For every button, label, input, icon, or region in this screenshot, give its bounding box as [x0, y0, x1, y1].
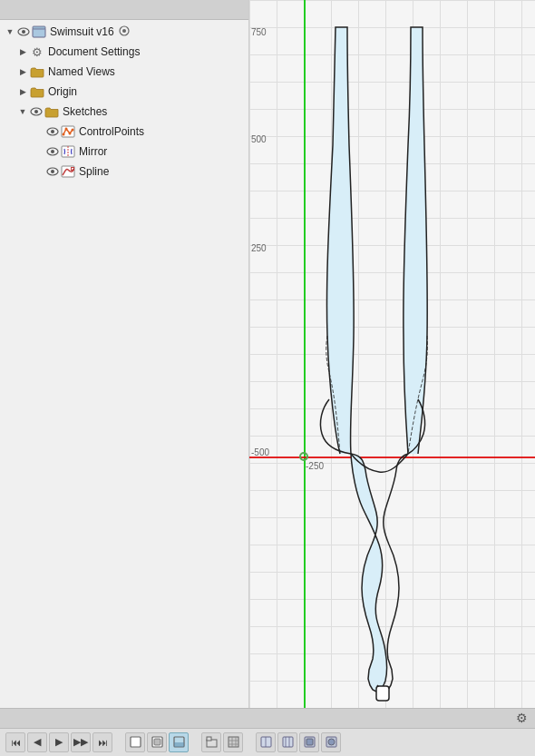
first-frame-button[interactable]: ⏮ — [5, 732, 25, 752]
prev-frame-button[interactable]: ◀ — [27, 732, 47, 752]
tool-group-3 — [256, 732, 341, 752]
next-frame-button[interactable]: ▶▶ — [71, 732, 91, 752]
svg-point-7 — [34, 110, 38, 113]
arrow-icon-sketches: ▼ — [16, 105, 29, 118]
tree-item-sketches[interactable]: ▼ Sketches — [0, 102, 248, 122]
tool-button-8[interactable] — [299, 732, 319, 752]
origin-label: Origin — [48, 85, 77, 98]
browser-tree: ▼ Swimsuit v16 — [0, 20, 248, 708]
svg-rect-29 — [207, 737, 211, 741]
box-icon-swimsuit — [31, 25, 47, 39]
browser-panel: ▼ Swimsuit v16 — [0, 0, 249, 708]
svg-rect-26 — [154, 739, 160, 745]
svg-rect-23 — [376, 686, 389, 701]
svg-point-16 — [51, 150, 54, 153]
tool-button-1[interactable] — [125, 732, 145, 752]
tree-item-swimsuit[interactable]: ▼ Swimsuit v16 — [0, 22, 248, 42]
eye-svg-sketches — [30, 107, 43, 116]
sketch-icon-mirror — [60, 144, 76, 159]
tool-group-2 — [201, 732, 243, 752]
play-button[interactable]: ▶ — [49, 732, 69, 752]
tree-item-origin[interactable]: ▶ Origin — [0, 82, 248, 102]
eye-svg-mirror — [46, 147, 59, 156]
svg-rect-37 — [283, 737, 293, 747]
canvas-area[interactable]: 750 500 250 -500 -250 — [249, 0, 535, 708]
sketches-label: Sketches — [63, 105, 107, 118]
eye-icon-sketches[interactable] — [29, 104, 44, 119]
tool-button-5[interactable] — [223, 732, 243, 752]
svg-rect-2 — [33, 28, 45, 37]
folder-icon-sketches — [44, 104, 60, 119]
tree-item-controlpoints[interactable]: ControlPoints — [0, 122, 248, 142]
origin-dot — [299, 452, 308, 461]
toolbar-bottom: ⏮ ◀ ▶ ▶▶ ⏭ — [0, 729, 535, 756]
eye-svg-cp — [46, 127, 59, 136]
svg-point-1 — [22, 30, 25, 34]
eye-icon-controlpoints[interactable] — [45, 124, 60, 139]
tree-item-named-views[interactable]: ▶ Named Views — [0, 62, 248, 82]
tool-button-9[interactable] — [321, 732, 341, 752]
tree-item-document-settings[interactable]: ▶ ⚙ Document Settings — [0, 42, 248, 62]
folder-icon-named-views — [29, 64, 45, 79]
arrow-icon-document-settings: ▶ — [16, 45, 29, 58]
comments-settings-icon[interactable]: ⚙ — [516, 711, 528, 725]
tool-button-4[interactable] — [201, 732, 221, 752]
mirror-label: Mirror — [79, 145, 107, 158]
document-settings-label: Document Settings — [48, 45, 140, 58]
svg-point-5 — [122, 29, 126, 33]
tree-item-spline[interactable]: Spline — [0, 162, 248, 182]
arrow-icon-swimsuit: ▼ — [4, 25, 16, 38]
svg-rect-41 — [306, 739, 313, 745]
svg-point-13 — [69, 133, 72, 135]
last-frame-button[interactable]: ⏭ — [92, 732, 112, 752]
eye-svg-spline — [46, 167, 59, 176]
tool-button-7[interactable] — [277, 732, 297, 752]
tree-item-mirror[interactable]: Mirror — [0, 142, 248, 162]
svg-rect-3 — [33, 26, 45, 29]
spline-label: Spline — [79, 165, 109, 178]
svg-rect-30 — [229, 737, 238, 747]
svg-rect-35 — [261, 737, 271, 747]
arrow-icon-origin: ▶ — [16, 85, 29, 98]
tool-button-3[interactable] — [169, 732, 189, 752]
browser-header — [0, 0, 248, 20]
comments-bar: ⚙ — [0, 709, 535, 729]
svg-point-12 — [65, 128, 68, 131]
eye-svg — [17, 27, 30, 36]
svg-point-20 — [51, 170, 54, 173]
svg-point-43 — [328, 739, 335, 745]
tool-button-6[interactable] — [256, 732, 276, 752]
svg-point-14 — [72, 129, 74, 132]
bottom-bar: ⚙ ⏮ ◀ ▶ ▶▶ ⏭ — [0, 708, 535, 756]
swimsuit-sketch-svg — [249, 0, 535, 708]
arrow-icon-named-views: ▶ — [16, 65, 29, 78]
svg-rect-24 — [131, 737, 141, 747]
playback-controls: ⏮ ◀ ▶ ▶▶ ⏭ — [5, 732, 112, 752]
folder-icon-origin — [29, 84, 45, 99]
svg-point-11 — [63, 133, 65, 136]
gear-icon-document-settings: ⚙ — [29, 44, 45, 59]
eye-icon-spline[interactable] — [45, 164, 60, 179]
controlpoints-label: ControlPoints — [79, 125, 144, 138]
eye-icon-mirror[interactable] — [45, 144, 60, 159]
named-views-label: Named Views — [48, 65, 115, 78]
tool-group-1 — [125, 732, 189, 752]
sketch-icon-controlpoints — [60, 124, 76, 139]
sketch-icon-spline — [60, 164, 76, 179]
swimsuit-settings-icon[interactable] — [118, 25, 131, 40]
svg-point-9 — [51, 130, 54, 133]
swimsuit-label: Swimsuit v16 — [50, 25, 114, 38]
tool-button-2[interactable] — [147, 732, 167, 752]
eye-icon-swimsuit[interactable] — [16, 25, 31, 39]
